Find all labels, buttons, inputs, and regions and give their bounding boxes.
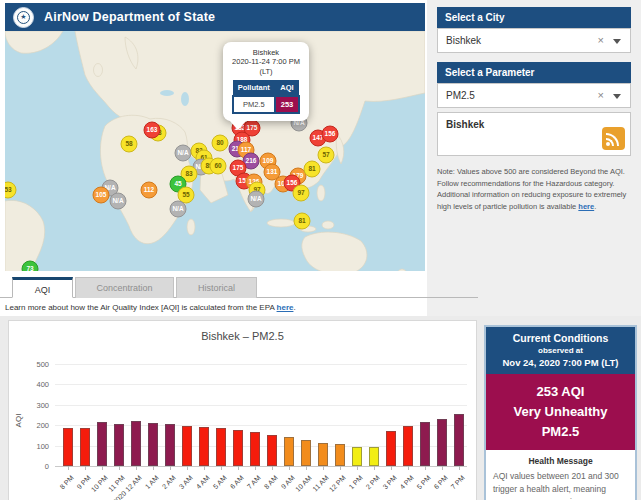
popup-datetime: 2020-11-24 7:00 PM [227,57,305,66]
chart-bar [437,419,447,466]
aqi-marker[interactable]: N/A [110,193,127,210]
city-chevron-down-icon[interactable] [613,39,621,44]
parameter-select[interactable]: PM2.5 × [437,83,631,108]
aqi-marker[interactable]: 60 [210,158,227,175]
x-axis-tick [221,466,222,470]
chart-bar [216,428,226,466]
chart-bar [233,430,243,466]
chart-bar [420,422,430,466]
city-clear-icon[interactable]: × [598,29,604,52]
department-of-state-seal-icon: ★ [13,7,34,28]
parameter-clear-icon[interactable]: × [598,84,604,107]
parameter-chevron-down-icon[interactable] [613,94,621,99]
chart-bar [318,443,328,466]
chart-bar [454,414,464,466]
popup-aqi-header: AQI [275,80,300,96]
learn-more-suffix: . [293,303,295,312]
aqi-marker[interactable]: 105 [93,187,110,204]
popup-timezone: (LT) [227,67,305,76]
x-axis-tick [306,466,307,470]
aqi-marker[interactable]: 80 [212,135,229,152]
tab-concentration[interactable]: Concentration [75,277,174,298]
aqi-marker[interactable]: 163 [144,122,161,139]
health-message-text: AQI values between 201 and 300 trigger a… [493,470,628,500]
rss-icon[interactable] [602,127,625,150]
current-aqi-badge: 253 AQI Very Unhealthy PM2.5 [486,374,635,450]
app-title: AirNow Department of State [44,10,215,24]
tab-aqi[interactable]: AQI [12,277,73,298]
current-aqi-pollutant: PM2.5 [488,422,633,442]
note-suffix: . [594,202,596,211]
x-axis-tick [85,466,86,470]
popup-tail [229,120,247,130]
learn-more-link[interactable]: here [277,303,294,312]
chart-bar [165,424,175,466]
chart-bar [267,435,277,466]
aqi-chart-panel: Bishkek – PM2.5 AQI 01002003004005008 PM… [8,320,477,500]
chart-bar [97,422,107,466]
aqi-marker[interactable]: 112 [141,182,158,199]
y-axis-tick: 400 [23,380,49,389]
aqi-marker[interactable]: 81 [294,213,311,230]
rss-city-label: Bishkek [446,119,484,130]
y-axis-tick: 0 [23,462,49,471]
gridline [55,405,467,406]
x-axis-tick [357,466,358,470]
x-axis-tick [187,466,188,470]
select-city-header: Select a City [437,7,631,28]
city-select[interactable]: Bishkek × [437,28,631,53]
chart-bar [131,421,141,466]
y-axis-tick: 500 [23,360,49,369]
aqi-marker[interactable]: N/A [248,191,265,208]
map-landmass [5,31,425,271]
observed-at-label: observed at [488,346,633,355]
chart-title: Bishkek – PM2.5 [9,330,476,342]
y-axis-tick: 300 [23,401,49,410]
popup-city: Bishkek [227,48,305,57]
world-map[interactable]: 53735883163N/A8361N/A8980834555112N/A105… [5,31,425,271]
x-axis-tick [442,466,443,470]
x-axis-tick [408,466,409,470]
popup-pollutant-header: Pollutant [233,80,275,96]
aqi-marker[interactable]: 58 [121,136,138,153]
current-aqi-category: Very Unhealthy [488,402,633,422]
learn-more-text: Learn more about how the Air Quality Ind… [5,303,296,312]
gridline [55,384,467,385]
gridline [55,364,467,365]
x-axis-tick [340,466,341,470]
chart-bar [182,426,192,466]
aqi-marker[interactable]: N/A [170,201,187,218]
health-message-title: Health Message [493,456,628,466]
x-axis-tick [136,466,137,470]
x-axis-tick [68,466,69,470]
aqi-marker[interactable]: 81 [304,161,321,178]
note-prefix: Note: Values above 500 are considered Be… [437,167,626,211]
chart-bar [386,431,396,466]
aqi-marker[interactable]: 156 [322,126,339,143]
x-axis-tick [238,466,239,470]
x-axis-tick [425,466,426,470]
chart-bar [301,440,311,466]
chart-bar [80,428,90,466]
popup-aqi-value: 253 [275,96,300,113]
y-axis-label: AQI [14,406,23,436]
aqi-marker[interactable]: N/A [175,145,192,162]
aqi-marker[interactable]: 57 [318,147,335,164]
y-axis-tick: 100 [23,442,49,451]
aqi-marker[interactable]: 73 [22,261,39,272]
health-message-section: Health Message AQI values between 201 an… [486,450,635,500]
note-text: Note: Values above 500 are considered Be… [437,166,634,213]
chart-bar [199,427,209,466]
x-axis-tick [204,466,205,470]
tab-bar: AQI Concentration Historical [0,277,478,298]
chart-bar [114,424,124,466]
chart-bar [148,423,158,466]
tab-historical[interactable]: Historical [176,277,257,298]
observed-datetime: Nov 24, 2020 7:00 PM (LT) [488,357,633,368]
aqi-marker[interactable]: 97 [293,185,310,202]
x-axis-tick [289,466,290,470]
app-header: ★ AirNow Department of State [5,3,425,31]
x-axis-tick [272,466,273,470]
note-link[interactable]: here [578,202,594,211]
learn-more-prefix: Learn more about how the Air Quality Ind… [5,303,277,312]
